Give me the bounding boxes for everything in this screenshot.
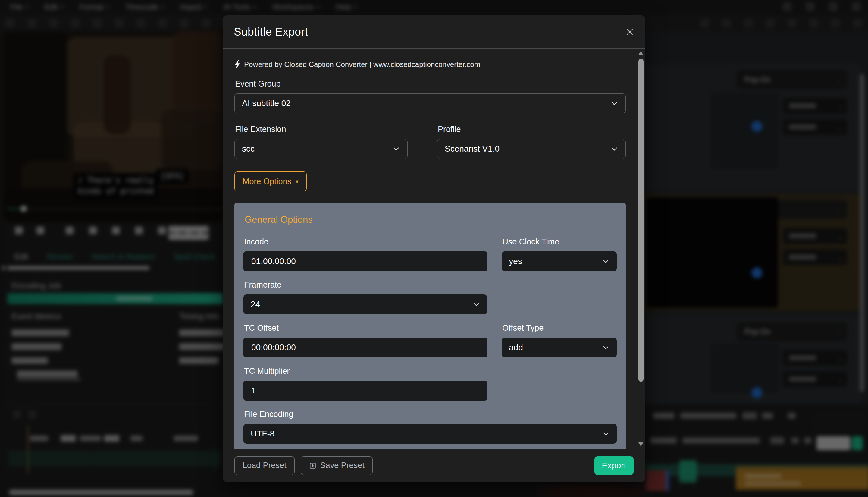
file-encoding-field: File Encoding UTF-8 [243, 410, 617, 444]
offset-type-value: add [509, 343, 523, 352]
use-clock-time-label: Use Clock Time [502, 237, 617, 246]
framerate-spacer [502, 280, 617, 314]
save-preset-label: Save Preset [320, 461, 364, 470]
event-group-value: AI subtitle 02 [242, 99, 291, 108]
event-group-label: Event Group [235, 79, 626, 89]
more-options-button[interactable]: More Options ▾ [234, 171, 307, 191]
incode-input[interactable] [243, 251, 487, 271]
modal-scrollbar-thumb[interactable] [638, 59, 643, 382]
powered-by-text: Powered by Closed Caption Converter | ww… [244, 60, 480, 69]
framerate-select[interactable]: 24 [243, 295, 487, 314]
tc-offset-field: TC Offset [243, 323, 487, 357]
chevron-down-icon [602, 258, 609, 265]
file-encoding-select[interactable]: UTF-8 [243, 424, 617, 444]
incode-label: Incode [244, 237, 487, 246]
tc-multiplier-input[interactable] [243, 381, 487, 400]
use-clock-time-field: Use Clock Time yes [502, 237, 617, 271]
close-icon[interactable] [625, 27, 634, 37]
modal-body: Powered by Closed Caption Converter | ww… [223, 48, 645, 449]
tc-multiplier-spacer [502, 367, 617, 400]
powered-by-line: Powered by Closed Caption Converter | ww… [234, 60, 626, 69]
file-extension-value: scc [242, 144, 255, 154]
chevron-down-icon [602, 430, 609, 437]
tc-multiplier-field: TC Multiplier [243, 367, 487, 400]
file-encoding-label: File Encoding [244, 410, 617, 419]
general-options-heading: General Options [245, 214, 617, 225]
save-preset-button[interactable]: Save Preset [301, 456, 373, 475]
export-label: Export [602, 461, 626, 470]
application-window: File ▾Edit ▾Format ▾Timecode ▾Import ▾AI… [0, 0, 868, 497]
modal-footer: Load Preset Save Preset Export [223, 449, 645, 482]
offset-type-label: Offset Type [502, 323, 617, 333]
modal-header: Subtitle Export [223, 15, 645, 48]
framerate-field: Framerate 24 [243, 280, 487, 314]
incode-field: Incode [243, 237, 487, 271]
file-extension-field: File Extension scc [234, 125, 408, 159]
file-extension-label: File Extension [235, 125, 408, 134]
framerate-value: 24 [251, 300, 260, 309]
offset-type-select[interactable]: add [502, 338, 617, 357]
more-options-label: More Options [243, 177, 291, 186]
chevron-down-icon [392, 145, 400, 153]
use-clock-time-value: yes [509, 256, 522, 266]
profile-select[interactable]: Scenarist V1.0 [437, 139, 626, 159]
export-button[interactable]: Export [594, 456, 634, 475]
profile-field: Profile Scenarist V1.0 [437, 125, 626, 159]
modal-title: Subtitle Export [234, 26, 308, 38]
profile-label: Profile [438, 125, 626, 134]
scroll-down-arrow-icon[interactable] [638, 442, 643, 446]
offset-type-field: Offset Type add [502, 323, 617, 357]
framerate-row: Framerate 24 [243, 280, 617, 314]
tc-multiplier-row: TC Multiplier [243, 367, 617, 400]
subtitle-export-modal: Subtitle Export Powered by Closed Captio… [223, 15, 645, 482]
file-extension-select[interactable]: scc [234, 139, 408, 159]
event-group-select[interactable]: AI subtitle 02 [234, 94, 626, 113]
save-icon [309, 462, 317, 470]
tc-offset-label: TC Offset [244, 323, 487, 333]
framerate-label: Framerate [244, 280, 487, 290]
tc-offset-input[interactable] [243, 338, 487, 357]
caret-down-icon: ▾ [295, 178, 299, 185]
tc-multiplier-label: TC Multiplier [244, 367, 487, 376]
chevron-down-icon [610, 99, 618, 107]
scroll-up-arrow-icon[interactable] [638, 51, 643, 55]
load-preset-button[interactable]: Load Preset [234, 456, 295, 475]
extension-profile-row: File Extension scc Profile Scenarist V1.… [234, 125, 626, 159]
modal-scrollbar[interactable] [638, 50, 643, 448]
incode-row: Incode Use Clock Time yes [243, 237, 617, 271]
file-encoding-row: File Encoding UTF-8 [243, 410, 617, 444]
general-options-panel: General Options Incode Use Clock Time ye… [234, 203, 626, 449]
modal-body-wrap: Powered by Closed Caption Converter | ww… [223, 48, 645, 449]
lightning-bolt-icon [234, 60, 241, 69]
tc-offset-row: TC Offset Offset Type add [243, 323, 617, 357]
chevron-down-icon [602, 344, 609, 351]
chevron-down-icon [473, 301, 480, 308]
use-clock-time-select[interactable]: yes [502, 251, 617, 271]
load-preset-label: Load Preset [243, 461, 287, 470]
chevron-down-icon [610, 145, 618, 153]
profile-value: Scenarist V1.0 [445, 144, 500, 154]
file-encoding-value: UTF-8 [251, 429, 274, 439]
